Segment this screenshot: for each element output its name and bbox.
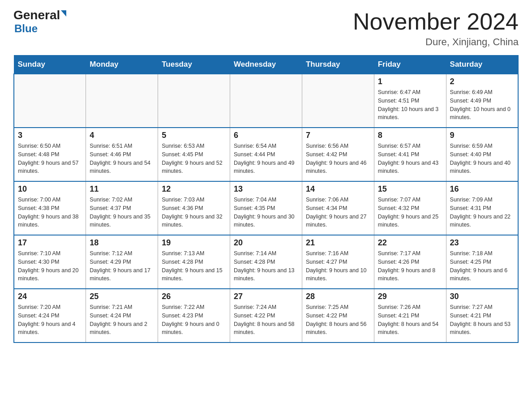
calendar-cell: 2Sunrise: 6:49 AMSunset: 4:49 PMDaylight… — [446, 74, 518, 128]
day-number: 26 — [162, 292, 226, 301]
day-info: Sunrise: 7:06 AMSunset: 4:34 PMDaylight:… — [306, 196, 370, 229]
day-info: Sunrise: 6:51 AMSunset: 4:46 PMDaylight:… — [90, 142, 154, 176]
day-info: Sunrise: 6:49 AMSunset: 4:49 PMDaylight:… — [450, 88, 514, 122]
day-info: Sunrise: 6:47 AMSunset: 4:51 PMDaylight:… — [378, 88, 442, 122]
day-info: Sunrise: 7:27 AMSunset: 4:21 PMDaylight:… — [450, 303, 514, 337]
day-number: 28 — [306, 292, 370, 301]
day-number: 4 — [90, 131, 154, 140]
calendar-cell: 12Sunrise: 7:03 AMSunset: 4:36 PMDayligh… — [158, 181, 230, 235]
day-number: 21 — [306, 238, 370, 248]
day-info: Sunrise: 7:21 AMSunset: 4:24 PMDaylight:… — [90, 303, 154, 337]
calendar-cell: 10Sunrise: 7:00 AMSunset: 4:38 PMDayligh… — [14, 181, 86, 235]
day-info: Sunrise: 6:54 AMSunset: 4:44 PMDaylight:… — [234, 142, 298, 176]
calendar-cell: 23Sunrise: 7:18 AMSunset: 4:25 PMDayligh… — [446, 235, 518, 289]
day-info: Sunrise: 7:22 AMSunset: 4:23 PMDaylight:… — [162, 303, 226, 337]
day-number: 17 — [18, 238, 82, 248]
calendar-cell: 16Sunrise: 7:09 AMSunset: 4:31 PMDayligh… — [446, 181, 518, 235]
calendar-header-sunday: Sunday — [14, 56, 86, 74]
day-number: 27 — [234, 292, 298, 301]
month-title: November 2024 — [353, 9, 519, 34]
day-number: 2 — [450, 77, 514, 86]
calendar-cell: 1Sunrise: 6:47 AMSunset: 4:51 PMDaylight… — [374, 74, 446, 128]
day-number: 25 — [90, 292, 154, 301]
calendar-cell — [158, 74, 230, 128]
calendar-cell: 3Sunrise: 6:50 AMSunset: 4:48 PMDaylight… — [14, 128, 86, 181]
calendar-cell — [14, 74, 86, 128]
calendar-header-monday: Monday — [86, 56, 158, 74]
calendar-cell: 28Sunrise: 7:25 AMSunset: 4:22 PMDayligh… — [302, 289, 374, 342]
calendar-cell: 27Sunrise: 7:24 AMSunset: 4:22 PMDayligh… — [230, 289, 302, 342]
calendar-cell: 19Sunrise: 7:13 AMSunset: 4:28 PMDayligh… — [158, 235, 230, 289]
calendar-cell: 21Sunrise: 7:16 AMSunset: 4:27 PMDayligh… — [302, 235, 374, 289]
day-number: 19 — [162, 238, 226, 248]
calendar-cell: 15Sunrise: 7:07 AMSunset: 4:32 PMDayligh… — [374, 181, 446, 235]
day-info: Sunrise: 7:20 AMSunset: 4:24 PMDaylight:… — [18, 303, 82, 337]
day-number: 6 — [234, 131, 298, 140]
calendar-cell: 8Sunrise: 6:57 AMSunset: 4:41 PMDaylight… — [374, 128, 446, 181]
day-info: Sunrise: 7:04 AMSunset: 4:35 PMDaylight:… — [234, 196, 298, 229]
day-info: Sunrise: 7:10 AMSunset: 4:30 PMDaylight:… — [18, 249, 82, 283]
calendar-table: SundayMondayTuesdayWednesdayThursdayFrid… — [13, 55, 519, 343]
calendar-cell: 13Sunrise: 7:04 AMSunset: 4:35 PMDayligh… — [230, 181, 302, 235]
calendar-cell: 4Sunrise: 6:51 AMSunset: 4:46 PMDaylight… — [86, 128, 158, 181]
day-info: Sunrise: 7:16 AMSunset: 4:27 PMDaylight:… — [306, 249, 370, 283]
calendar-header-row: SundayMondayTuesdayWednesdayThursdayFrid… — [14, 56, 518, 74]
day-info: Sunrise: 6:57 AMSunset: 4:41 PMDaylight:… — [378, 142, 442, 176]
day-number: 13 — [234, 184, 298, 194]
day-number: 12 — [162, 184, 226, 194]
day-info: Sunrise: 7:00 AMSunset: 4:38 PMDaylight:… — [18, 196, 82, 229]
day-number: 24 — [18, 292, 82, 301]
day-number: 30 — [450, 292, 514, 301]
day-number: 23 — [450, 238, 514, 248]
day-info: Sunrise: 7:13 AMSunset: 4:28 PMDaylight:… — [162, 249, 226, 283]
calendar-cell: 20Sunrise: 7:14 AMSunset: 4:28 PMDayligh… — [230, 235, 302, 289]
calendar-header-saturday: Saturday — [446, 56, 518, 74]
calendar-week-row: 17Sunrise: 7:10 AMSunset: 4:30 PMDayligh… — [14, 235, 518, 289]
calendar-cell: 26Sunrise: 7:22 AMSunset: 4:23 PMDayligh… — [158, 289, 230, 342]
day-info: Sunrise: 7:02 AMSunset: 4:37 PMDaylight:… — [90, 196, 154, 229]
location: Dure, Xinjiang, China — [353, 36, 519, 48]
title-block: November 2024 Dure, Xinjiang, China — [353, 9, 519, 48]
day-number: 10 — [18, 184, 82, 194]
day-number: 29 — [378, 292, 442, 301]
day-info: Sunrise: 7:12 AMSunset: 4:29 PMDaylight:… — [90, 249, 154, 283]
logo-blue: Blue — [14, 22, 38, 35]
calendar-cell: 25Sunrise: 7:21 AMSunset: 4:24 PMDayligh… — [86, 289, 158, 342]
calendar-cell: 5Sunrise: 6:53 AMSunset: 4:45 PMDaylight… — [158, 128, 230, 181]
day-number: 22 — [378, 238, 442, 248]
day-number: 16 — [450, 184, 514, 194]
calendar-cell: 24Sunrise: 7:20 AMSunset: 4:24 PMDayligh… — [14, 289, 86, 342]
day-number: 1 — [378, 77, 442, 86]
day-number: 15 — [378, 184, 442, 194]
calendar-cell: 18Sunrise: 7:12 AMSunset: 4:29 PMDayligh… — [86, 235, 158, 289]
day-number: 9 — [450, 131, 514, 140]
calendar-week-row: 1Sunrise: 6:47 AMSunset: 4:51 PMDaylight… — [14, 74, 518, 128]
logo-general: General — [13, 9, 60, 21]
day-info: Sunrise: 6:50 AMSunset: 4:48 PMDaylight:… — [18, 142, 82, 176]
calendar-cell: 7Sunrise: 6:56 AMSunset: 4:42 PMDaylight… — [302, 128, 374, 181]
calendar-cell — [230, 74, 302, 128]
calendar-cell: 11Sunrise: 7:02 AMSunset: 4:37 PMDayligh… — [86, 181, 158, 235]
day-number: 18 — [90, 238, 154, 248]
calendar-cell: 30Sunrise: 7:27 AMSunset: 4:21 PMDayligh… — [446, 289, 518, 342]
day-info: Sunrise: 7:09 AMSunset: 4:31 PMDaylight:… — [450, 196, 514, 229]
logo: General Blue — [13, 9, 66, 35]
day-info: Sunrise: 6:53 AMSunset: 4:45 PMDaylight:… — [162, 142, 226, 176]
day-info: Sunrise: 7:24 AMSunset: 4:22 PMDaylight:… — [234, 303, 298, 337]
day-info: Sunrise: 7:18 AMSunset: 4:25 PMDaylight:… — [450, 249, 514, 283]
calendar-header-tuesday: Tuesday — [158, 56, 230, 74]
day-number: 14 — [306, 184, 370, 194]
calendar-cell: 9Sunrise: 6:59 AMSunset: 4:40 PMDaylight… — [446, 128, 518, 181]
day-info: Sunrise: 7:07 AMSunset: 4:32 PMDaylight:… — [378, 196, 442, 229]
day-number: 11 — [90, 184, 154, 194]
calendar-cell: 22Sunrise: 7:17 AMSunset: 4:26 PMDayligh… — [374, 235, 446, 289]
day-number: 20 — [234, 238, 298, 248]
logo-triangle-icon — [61, 10, 66, 17]
calendar-header-thursday: Thursday — [302, 56, 374, 74]
day-info: Sunrise: 6:56 AMSunset: 4:42 PMDaylight:… — [306, 142, 370, 176]
day-number: 5 — [162, 131, 226, 140]
calendar-week-row: 24Sunrise: 7:20 AMSunset: 4:24 PMDayligh… — [14, 289, 518, 342]
calendar-cell: 14Sunrise: 7:06 AMSunset: 4:34 PMDayligh… — [302, 181, 374, 235]
calendar-week-row: 10Sunrise: 7:00 AMSunset: 4:38 PMDayligh… — [14, 181, 518, 235]
calendar-header-wednesday: Wednesday — [230, 56, 302, 74]
